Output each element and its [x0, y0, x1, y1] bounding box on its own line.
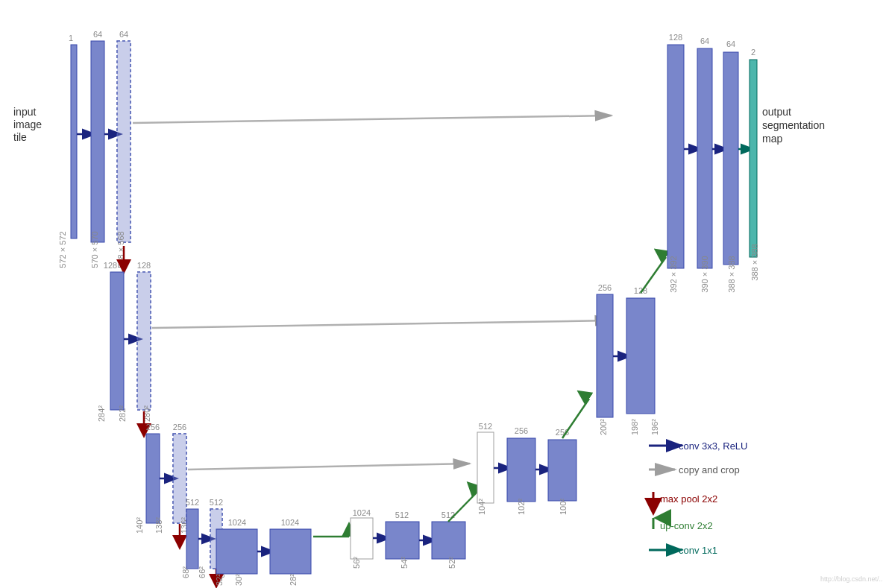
svg-text:512: 512: [395, 510, 409, 519]
svg-text:102²: 102²: [517, 499, 526, 515]
svg-text:1: 1: [69, 34, 73, 42]
svg-text:392 × 392: 392 × 392: [669, 256, 678, 292]
svg-text:256: 256: [146, 423, 160, 431]
svg-text:128: 128: [137, 261, 151, 270]
svg-text:512: 512: [479, 422, 492, 431]
svg-text:2: 2: [751, 48, 755, 57]
svg-text:segmentation: segmentation: [762, 119, 825, 131]
svg-text:282²: 282²: [118, 405, 127, 422]
svg-line-44: [188, 464, 470, 470]
svg-text:138²: 138²: [154, 517, 163, 534]
svg-rect-45: [186, 509, 198, 569]
svg-text:198²: 198²: [630, 419, 639, 435]
svg-text:copy and crop: copy and crop: [679, 464, 740, 475]
svg-text:output: output: [762, 106, 791, 118]
svg-text:1024: 1024: [353, 508, 371, 517]
svg-text:54²: 54²: [400, 557, 409, 569]
svg-text:128: 128: [104, 261, 117, 270]
svg-text:570 × 570: 570 × 570: [90, 231, 99, 268]
svg-rect-55: [216, 529, 257, 574]
svg-rect-68: [432, 522, 465, 559]
svg-text:64: 64: [119, 30, 128, 39]
svg-text:input: input: [13, 106, 36, 118]
svg-text:200²: 200²: [599, 419, 608, 435]
svg-text:http://blog.csdn.net/...: http://blog.csdn.net/...: [820, 575, 883, 583]
svg-rect-99: [697, 48, 712, 268]
svg-rect-57: [270, 529, 311, 574]
svg-rect-23: [110, 272, 124, 410]
svg-text:52²: 52²: [447, 557, 456, 569]
svg-text:512: 512: [210, 498, 223, 507]
svg-rect-76: [477, 432, 494, 503]
diagram-container: 572 × 572 570 × 570 568 × 568 1 64 64 in…: [0, 0, 883, 588]
svg-rect-101: [723, 52, 738, 265]
svg-line-87: [562, 399, 589, 438]
svg-text:64: 64: [726, 39, 735, 48]
svg-text:572 × 572: 572 × 572: [58, 231, 67, 268]
svg-rect-8: [91, 41, 104, 242]
svg-rect-90: [626, 298, 655, 414]
svg-text:512: 512: [186, 498, 199, 507]
svg-rect-88: [597, 294, 613, 417]
svg-rect-6: [71, 45, 77, 238]
svg-rect-80: [548, 440, 576, 501]
svg-rect-34: [146, 434, 160, 523]
svg-line-22: [133, 116, 612, 123]
svg-text:28²: 28²: [289, 574, 298, 586]
svg-text:1024: 1024: [281, 518, 299, 527]
svg-text:1024: 1024: [228, 518, 246, 527]
svg-rect-78: [507, 438, 535, 502]
svg-text:256: 256: [515, 426, 528, 435]
svg-text:64: 64: [93, 30, 102, 39]
svg-rect-26: [137, 272, 151, 410]
svg-text:388 × 388: 388 × 388: [727, 256, 736, 292]
svg-text:map: map: [762, 133, 782, 145]
svg-text:image: image: [13, 118, 42, 130]
svg-text:up-conv 2x2: up-conv 2x2: [660, 520, 713, 531]
svg-text:68²: 68²: [181, 566, 190, 578]
svg-text:104²: 104²: [477, 499, 486, 515]
svg-text:max pool 2x2: max pool 2x2: [660, 493, 717, 505]
svg-line-96: [641, 257, 666, 293]
svg-text:conv 3x3, ReLU: conv 3x3, ReLU: [679, 440, 748, 452]
svg-rect-64: [351, 518, 373, 559]
svg-text:390 × 390: 390 × 390: [700, 256, 709, 292]
svg-text:140²: 140²: [135, 517, 144, 534]
svg-text:56²: 56²: [352, 557, 361, 569]
svg-text:100²: 100²: [559, 499, 568, 515]
svg-text:66²: 66²: [198, 566, 207, 578]
svg-text:conv 1x1: conv 1x1: [679, 545, 717, 556]
svg-text:128: 128: [669, 33, 682, 42]
svg-rect-103: [750, 60, 757, 257]
svg-text:196²: 196²: [650, 419, 659, 435]
svg-text:256: 256: [173, 423, 186, 431]
svg-text:32²: 32²: [215, 574, 224, 586]
svg-line-75: [448, 492, 477, 522]
svg-text:64: 64: [700, 37, 709, 45]
svg-text:30²: 30²: [234, 574, 243, 586]
svg-rect-97: [667, 45, 684, 268]
svg-text:284²: 284²: [97, 405, 106, 422]
svg-text:388 × 388: 388 × 388: [750, 244, 759, 280]
svg-text:tile: tile: [13, 131, 27, 143]
unet-diagram: 572 × 572 570 × 570 568 × 568 1 64 64 in…: [0, 0, 883, 588]
svg-text:256: 256: [598, 283, 612, 292]
svg-line-33: [152, 320, 612, 328]
svg-rect-11: [117, 41, 131, 242]
svg-rect-37: [173, 434, 186, 523]
svg-rect-66: [386, 522, 419, 559]
